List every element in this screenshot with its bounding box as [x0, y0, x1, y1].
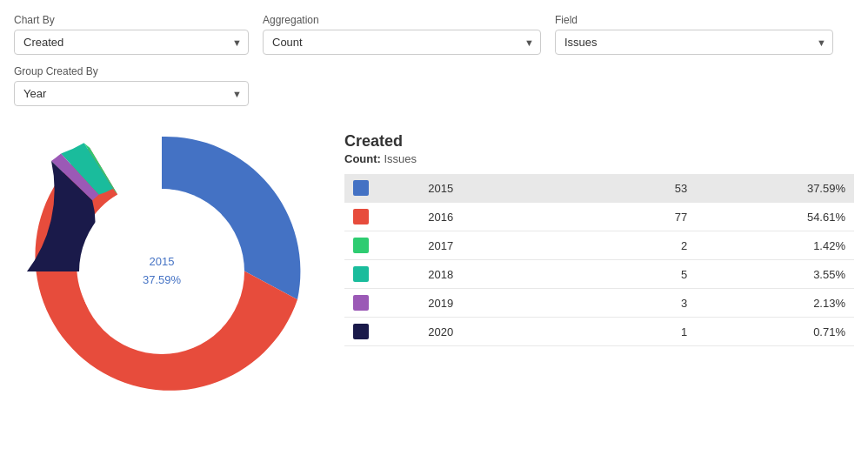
chart-by-group: Chart By Created Updated Resolved ▼ — [14, 14, 249, 55]
legend-color-cell — [344, 231, 419, 260]
legend-subtitle-value: Issues — [384, 152, 417, 165]
table-row: 202010.71% — [344, 318, 854, 346]
legend-count: 77 — [578, 203, 696, 231]
group-by-label: Group Created By — [14, 65, 249, 77]
table-row: 201853.55% — [344, 260, 854, 289]
main-content: 2015 37.59% Created Count: Issues 201553… — [14, 124, 854, 419]
group-by-select-wrapper: Year Month Week Day ▼ — [14, 81, 249, 106]
legend-color-cell — [344, 318, 419, 346]
legend-count: 1 — [578, 318, 696, 346]
color-swatch — [353, 238, 369, 253]
legend-year: 2016 — [419, 203, 578, 231]
aggregation-label: Aggregation — [263, 14, 541, 26]
legend-year: 2018 — [419, 260, 578, 289]
legend-count: 2 — [578, 231, 696, 260]
table-row: 20167754.61% — [344, 203, 854, 231]
field-select-wrapper: Issues Story Points Time Spent ▼ — [555, 30, 833, 55]
legend-count: 5 — [578, 260, 696, 289]
chart-by-label: Chart By — [14, 14, 249, 26]
legend-container: Created Count: Issues 20155337.59%201677… — [344, 124, 854, 346]
color-swatch — [353, 324, 369, 339]
aggregation-select-wrapper: Count Sum Average ▼ — [263, 30, 541, 55]
group-by-select[interactable]: Year Month Week Day — [14, 81, 249, 106]
legend-count: 53 — [578, 174, 696, 203]
legend-subtitle-label: Count: — [344, 152, 381, 165]
legend-year: 2015 — [419, 174, 578, 203]
aggregation-select[interactable]: Count Sum Average — [263, 30, 541, 55]
legend-subtitle: Count: Issues — [344, 152, 854, 165]
color-swatch — [353, 209, 369, 224]
legend-color-cell — [344, 260, 419, 289]
controls-row-1: Chart By Created Updated Resolved ▼ Aggr… — [14, 14, 854, 55]
legend-percent: 1.42% — [696, 231, 854, 260]
legend-year: 2017 — [419, 231, 578, 260]
legend-percent: 3.55% — [696, 260, 854, 289]
donut-chart: 2015 37.59% — [14, 124, 310, 419]
table-row: 20155337.59% — [344, 174, 854, 203]
color-swatch — [353, 295, 369, 311]
legend-percent: 2.13% — [696, 289, 854, 318]
controls-row-2: Group Created By Year Month Week Day ▼ — [14, 65, 854, 106]
legend-color-cell — [344, 203, 419, 231]
chart-center-percent: 37.59% — [143, 271, 181, 290]
chart-center-year: 2015 — [143, 253, 181, 271]
color-swatch — [353, 180, 369, 196]
legend-count: 3 — [578, 289, 696, 318]
group-by-group: Group Created By Year Month Week Day ▼ — [14, 65, 249, 106]
color-swatch — [353, 266, 369, 282]
legend-title: Created — [344, 132, 854, 151]
legend-percent: 54.61% — [696, 203, 854, 231]
legend-table: 20155337.59%20167754.61%201721.42%201853… — [344, 174, 854, 346]
legend-color-cell — [344, 174, 419, 203]
table-row: 201932.13% — [344, 289, 854, 318]
table-row: 201721.42% — [344, 231, 854, 260]
legend-percent: 0.71% — [696, 318, 854, 346]
legend-color-cell — [344, 289, 419, 318]
field-group: Field Issues Story Points Time Spent ▼ — [555, 14, 833, 55]
chart-by-select[interactable]: Created Updated Resolved — [14, 30, 249, 55]
legend-year: 2019 — [419, 289, 578, 318]
legend-percent: 37.59% — [696, 174, 854, 203]
field-select[interactable]: Issues Story Points Time Spent — [555, 30, 833, 55]
chart-center-label: 2015 37.59% — [143, 253, 181, 290]
field-label: Field — [555, 14, 833, 26]
chart-by-select-wrapper: Created Updated Resolved ▼ — [14, 30, 249, 55]
aggregation-group: Aggregation Count Sum Average ▼ — [263, 14, 541, 55]
legend-year: 2020 — [419, 318, 578, 346]
